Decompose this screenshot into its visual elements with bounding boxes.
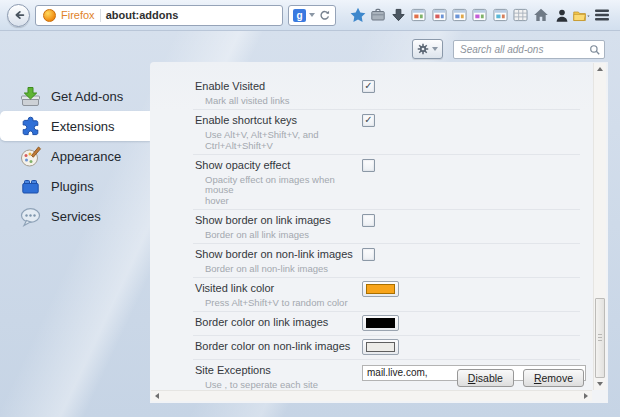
setting-description: Press Alt+Shift+V to random color	[193, 297, 362, 308]
setting-row: Visited link colorPress Alt+Shift+V to r…	[193, 278, 580, 312]
scroll-up-icon[interactable]	[597, 67, 603, 71]
setting-checkbox[interactable]	[362, 114, 375, 127]
remove-button[interactable]: Remove	[523, 369, 584, 387]
scroll-left-icon[interactable]	[155, 393, 159, 399]
addons-header-controls	[412, 39, 605, 59]
site-identity-label: Firefox	[61, 9, 95, 21]
vertical-scrollbar[interactable]	[593, 63, 606, 390]
sidebar-item-get-add-ons[interactable]: Get Add-ons	[0, 81, 150, 111]
color-swatch-button[interactable]	[362, 315, 399, 331]
setting-row: Show border on non-link imagesBorder on …	[193, 244, 580, 278]
setting-row: Show border on link imagesBorder on all …	[193, 210, 580, 244]
gear-icon	[417, 43, 429, 55]
addon-window-icon-5[interactable]	[492, 7, 509, 24]
setting-description: Mark all visited links	[193, 95, 362, 106]
horizontal-scrollbar[interactable]	[151, 390, 592, 401]
setting-row: Border color on non-link images	[193, 336, 580, 360]
setting-label: Show border on link images	[193, 212, 362, 226]
setting-row: Border color on link images	[193, 312, 580, 336]
scroll-down-icon[interactable]	[597, 382, 603, 386]
setting-description: Border on all link images	[193, 229, 362, 240]
setting-description: Use , to seperate each site	[193, 379, 362, 390]
category-sidebar: Get Add-onsExtensionsAppearancePluginsSe…	[0, 81, 150, 231]
url-text[interactable]: about:addons	[106, 9, 179, 21]
tools-for-addons-button[interactable]	[412, 39, 443, 59]
setting-label: Show opacity effect	[193, 157, 362, 171]
download-icon[interactable]	[390, 7, 407, 24]
sidebar-item-appearance[interactable]: Appearance	[0, 141, 150, 171]
urlbar-divider	[100, 9, 101, 22]
scroll-right-icon[interactable]	[584, 393, 588, 399]
setting-checkbox[interactable]	[362, 214, 375, 227]
setting-row: Enable VisitedMark all visited links	[193, 76, 580, 110]
color-swatch-button[interactable]	[362, 281, 399, 297]
services-icon	[18, 204, 42, 228]
setting-label: Border color on link images	[193, 314, 362, 328]
setting-row: Show opacity effectOpacity effect on ima…	[193, 155, 580, 210]
sidebar-item-services[interactable]: Services	[0, 201, 150, 231]
setting-label: Visited link color	[193, 280, 362, 294]
setting-checkbox[interactable]	[362, 248, 375, 261]
back-button[interactable]	[7, 4, 30, 27]
search-engine-dropdown-icon[interactable]	[309, 13, 315, 17]
menu-icon[interactable]	[594, 7, 611, 24]
color-swatch-button[interactable]	[362, 339, 399, 355]
sidebar-item-label: Get Add-ons	[51, 89, 123, 104]
extension-detail-panel: Enable VisitedMark all visited linksEnab…	[150, 62, 608, 403]
addon-window-icon-2[interactable]	[431, 7, 448, 24]
vertical-scrollbar-thumb[interactable]	[595, 298, 605, 378]
addon-window-icon-4[interactable]	[471, 7, 488, 24]
gear-dropdown-icon	[432, 47, 438, 51]
browser-search-bar[interactable]: g	[288, 5, 336, 26]
downloads-folder-icon[interactable]	[573, 7, 590, 24]
setting-label: Enable shortcut keys	[193, 112, 362, 126]
browser-toolbar-buttons	[349, 7, 613, 24]
setting-description: Use Alt+V, Alt+Shift+V, andCtrl+Alt+Shif…	[193, 129, 362, 151]
sidebar-item-label: Plugins	[51, 179, 94, 194]
sidebar-item-label: Extensions	[51, 119, 115, 134]
detail-action-buttons: DisableRemove	[457, 369, 584, 387]
setting-label: Border color on non-link images	[193, 338, 362, 352]
profile-icon[interactable]	[553, 7, 570, 24]
setting-row: Enable shortcut keysUse Alt+V, Alt+Shift…	[193, 110, 580, 155]
about-addons-page: Get Add-onsExtensionsAppearancePluginsSe…	[0, 31, 620, 417]
brick-icon	[18, 174, 42, 198]
addon-window-icon-3[interactable]	[451, 7, 468, 24]
setting-checkbox[interactable]	[362, 159, 375, 172]
sidebar-item-extensions[interactable]: Extensions	[0, 111, 150, 141]
firefox-window: Firefox about:addons g	[0, 0, 620, 417]
addon-window-icon-1[interactable]	[410, 7, 427, 24]
search-go-icon[interactable]	[318, 9, 331, 22]
setting-checkbox[interactable]	[362, 80, 375, 93]
color-swatch	[366, 318, 395, 328]
extension-options-list: Enable VisitedMark all visited linksEnab…	[150, 62, 592, 391]
addons-search-input[interactable]	[453, 40, 605, 59]
disable-button[interactable]: Disable	[457, 369, 514, 387]
home-icon[interactable]	[533, 7, 550, 24]
install-icon	[18, 84, 42, 108]
briefcase-icon[interactable]	[369, 7, 386, 24]
sidebar-item-label: Services	[51, 209, 101, 224]
bookmark-star-icon[interactable]	[349, 7, 366, 24]
palette-icon	[18, 144, 42, 168]
addon-grid-icon[interactable]	[512, 7, 529, 24]
navigation-toolbar: Firefox about:addons g	[0, 0, 620, 31]
search-icon[interactable]	[589, 42, 601, 60]
firefox-site-icon	[43, 9, 56, 22]
setting-label: Enable Visited	[193, 78, 362, 92]
setting-label: Site Exceptions	[193, 362, 362, 376]
location-bar[interactable]: Firefox about:addons	[35, 5, 283, 26]
sidebar-item-plugins[interactable]: Plugins	[0, 171, 150, 201]
color-swatch	[366, 284, 395, 294]
sidebar-item-label: Appearance	[51, 149, 121, 164]
setting-label: Show border on non-link images	[193, 246, 362, 260]
color-swatch	[366, 342, 395, 352]
search-engine-icon[interactable]: g	[293, 9, 306, 22]
setting-description: Border on all non-link images	[193, 263, 362, 274]
puzzle-icon	[18, 114, 42, 138]
setting-description: Opacity effect on images when mousehover	[193, 174, 362, 206]
